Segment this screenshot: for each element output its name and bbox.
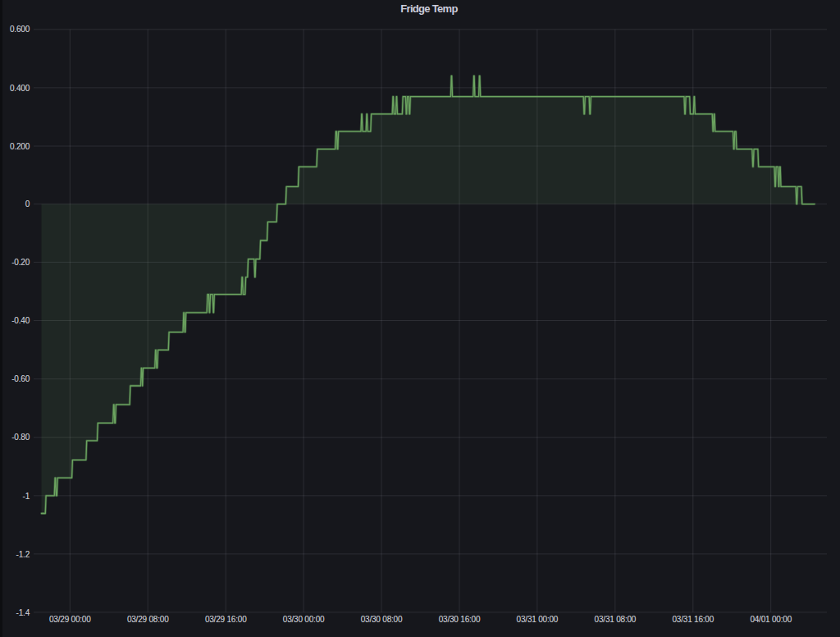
- svg-text:-1.4: -1.4: [16, 608, 30, 617]
- svg-text:-1.2: -1.2: [16, 550, 30, 559]
- svg-text:03/31 00:00: 03/31 00:00: [517, 615, 559, 624]
- svg-text:0.400: 0.400: [10, 84, 30, 93]
- svg-text:03/29 16:00: 03/29 16:00: [205, 615, 247, 624]
- svg-text:-0.40: -0.40: [11, 316, 30, 325]
- svg-text:0: 0: [25, 199, 30, 209]
- svg-text:03/29 08:00: 03/29 08:00: [127, 615, 169, 624]
- svg-text:03/30 00:00: 03/30 00:00: [283, 615, 325, 624]
- svg-text:03/31 16:00: 03/31 16:00: [672, 615, 714, 624]
- svg-text:03/29 00:00: 03/29 00:00: [49, 615, 91, 624]
- svg-text:03/30 16:00: 03/30 16:00: [439, 615, 481, 624]
- svg-text:03/31 08:00: 03/31 08:00: [595, 615, 637, 624]
- svg-text:0.600: 0.600: [10, 25, 30, 34]
- svg-text:0.200: 0.200: [10, 142, 30, 151]
- svg-text:-0.60: -0.60: [11, 374, 30, 383]
- svg-text:-0.80: -0.80: [11, 433, 30, 442]
- svg-text:-0.20: -0.20: [11, 258, 30, 267]
- svg-text:04/01 00:00: 04/01 00:00: [750, 615, 792, 624]
- svg-text:Fridge Temp: Fridge Temp: [400, 2, 458, 15]
- svg-text:03/30 08:00: 03/30 08:00: [361, 615, 403, 624]
- svg-text:-1: -1: [23, 492, 30, 501]
